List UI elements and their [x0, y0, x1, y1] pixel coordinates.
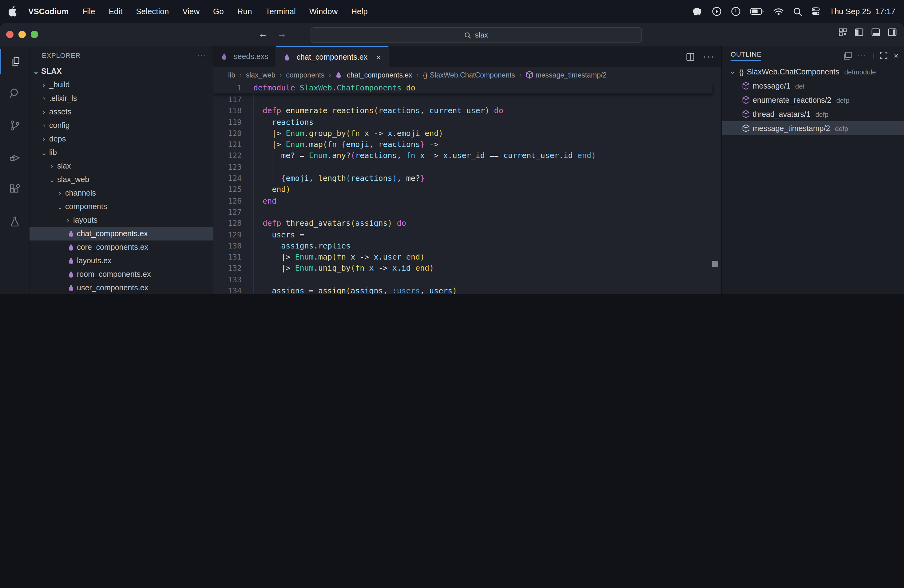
breadcrumb-lib[interactable]: lib [228, 71, 235, 78]
breadcrumb-SlaxWeb.ChatComponents[interactable]: {}SlaxWeb.ChatComponents [423, 71, 515, 78]
code-line-124[interactable]: 124 {emoji, length(reactions), me?} [213, 173, 721, 184]
code-line-130[interactable]: 130 assigns.replies [213, 240, 721, 252]
breadcrumb-message_timestamp/2[interactable]: message_timestamp/2 [526, 71, 607, 79]
tree-item-.elixir_ls[interactable]: ›.elixir_ls [30, 92, 213, 105]
title-bar[interactable]: ← → slax [0, 23, 904, 46]
tree-item-room_components.ex[interactable]: room_components.ex [30, 267, 213, 281]
tree-item-config[interactable]: ›config [30, 119, 213, 132]
chevron-right-icon: › [40, 81, 48, 89]
menu-terminal[interactable]: Terminal [259, 7, 302, 16]
activitybar-extensions-icon[interactable] [0, 177, 29, 202]
tree-item-slax_web[interactable]: ⌄slax_web [30, 173, 213, 187]
menu-selection[interactable]: Selection [129, 7, 175, 16]
tree-item-deps[interactable]: ›deps [30, 132, 213, 146]
code-line-126[interactable]: 126 end [213, 195, 721, 207]
tree-item-components[interactable]: ⌄components [30, 200, 213, 213]
code-line-121[interactable]: 121 |> Enum.map(fn {emoji, reactions} -> [213, 139, 721, 150]
customize-layout-icon[interactable] [839, 28, 847, 36]
code-line-122[interactable]: 122 me? = Enum.any?(reactions, fn x -> x… [213, 150, 721, 162]
line-number: 118 [213, 106, 242, 117]
outline-item-message_timestamp/2[interactable]: message_timestamp/2defp [722, 121, 904, 135]
more-actions-icon[interactable]: ··· [703, 51, 714, 62]
tree-item-channels[interactable]: ›channels [30, 187, 213, 200]
code-line-117[interactable]: 117 [213, 94, 721, 106]
command-center-search[interactable]: slax [311, 27, 642, 43]
menu-view[interactable]: View [175, 7, 206, 16]
time-machine-icon[interactable]: ! [731, 7, 740, 16]
tab-seeds.exs[interactable]: seeds.exs [213, 46, 277, 67]
menu-run[interactable]: Run [231, 7, 259, 16]
tree-item-core_components.ex[interactable]: core_components.ex [30, 240, 213, 254]
code-line-128[interactable]: 128 defp thread_avatars(assigns) do [213, 218, 721, 229]
outline-header[interactable]: OUTLINE [730, 50, 762, 60]
line-number: 134 [213, 285, 242, 294]
nav-back-icon[interactable]: ← [258, 28, 267, 39]
wifi-icon[interactable] [774, 8, 784, 15]
tree-item-layouts.ex[interactable]: layouts.ex [30, 254, 213, 267]
tree-item-chat_components.ex[interactable]: chat_components.ex [30, 227, 213, 240]
code-editor[interactable]: 117118 defp enumerate_reactions(reaction… [213, 82, 721, 294]
toggle-primary-sidebar-icon[interactable] [855, 28, 863, 36]
activitybar-source-control-icon[interactable] [0, 113, 29, 138]
tree-item-user_components.ex[interactable]: user_components.ex [30, 281, 213, 294]
activitybar-search-icon[interactable] [0, 81, 29, 106]
menu-window[interactable]: Window [303, 7, 345, 16]
toggle-panel-icon[interactable] [871, 28, 880, 36]
app-icon[interactable] [692, 7, 702, 16]
code-line-134[interactable]: 134 assigns = assign(assigns, :users, us… [213, 285, 721, 294]
close-tab-icon[interactable]: × [376, 52, 381, 62]
tab-chat_components.ex[interactable]: chat_components.ex× [277, 46, 389, 68]
elixir-file-icon [68, 257, 74, 264]
apple-menu-icon[interactable] [9, 6, 18, 17]
maximize-window-button[interactable] [31, 31, 38, 38]
outline-item-enumerate_reactions/2[interactable]: enumerate_reactions/2defp [722, 93, 904, 107]
play-circle-icon[interactable] [712, 7, 721, 16]
battery-icon[interactable] [750, 8, 764, 15]
code-line-127[interactable]: 127 [213, 207, 721, 218]
menubar-clock[interactable]: Thu Sep 25 17:17 [830, 7, 895, 16]
menu-file[interactable]: File [75, 7, 102, 16]
outline-item-message/1[interactable]: message/1def [722, 79, 904, 93]
menu-edit[interactable]: Edit [102, 7, 129, 16]
breadcrumb-chat_components.ex[interactable]: chat_components.ex [335, 71, 412, 78]
outline-item-thread_avatars/1[interactable]: thread_avatars/1defp [722, 107, 904, 121]
tree-item-assets[interactable]: ›assets [30, 105, 213, 119]
menu-help[interactable]: Help [345, 7, 375, 16]
code-line-118[interactable]: 118 defp enumerate_reactions(reactions, … [213, 106, 721, 117]
maximize-icon[interactable] [880, 52, 888, 59]
tree-item-lib[interactable]: ⌄lib [30, 146, 213, 159]
toggle-secondary-sidebar-icon[interactable] [888, 28, 897, 36]
breadcrumb-components[interactable]: components [286, 71, 324, 78]
code-line-129[interactable]: 129 users = [213, 229, 721, 240]
split-editor-icon[interactable] [686, 52, 694, 60]
code-line-120[interactable]: 120 |> Enum.group_by(fn x -> x.emoji end… [213, 128, 721, 139]
tree-item-_build[interactable]: ›_build [30, 78, 213, 92]
code-line-133[interactable]: 133 [213, 274, 721, 286]
minimize-window-button[interactable] [19, 31, 26, 38]
collapse-all-icon[interactable] [844, 51, 852, 59]
outline-more-actions-icon[interactable]: ··· [858, 52, 866, 59]
breadcrumb-slax_web[interactable]: slax_web [246, 71, 275, 78]
code-line-132[interactable]: 132 |> Enum.uniq_by(fn x -> x.id end) [213, 263, 721, 274]
control-center-icon[interactable] [812, 7, 820, 15]
explorer-more-actions-icon[interactable]: ··· [198, 52, 206, 59]
menu-app[interactable]: VSCodium [22, 7, 75, 16]
code-line-119[interactable]: 119 reactions [213, 117, 721, 128]
activitybar-testing-icon[interactable] [0, 209, 29, 234]
tree-item-slax[interactable]: ›slax [30, 159, 213, 173]
close-icon[interactable]: × [894, 51, 898, 60]
window-controls [6, 31, 38, 38]
code-line-123[interactable]: 123 [213, 162, 721, 173]
tree-root-slax[interactable]: ⌄SLAX [30, 65, 213, 78]
nav-forward-icon[interactable]: → [277, 28, 286, 39]
activitybar-run-debug-icon[interactable] [0, 145, 29, 170]
menu-go[interactable]: Go [206, 7, 231, 16]
code-line-125[interactable]: 125 end) [213, 184, 721, 196]
close-window-button[interactable] [6, 31, 14, 38]
sticky-scroll-line[interactable]: 1defmodule SlaxWeb.ChatComponents do [213, 82, 712, 94]
activitybar-files-explorer-icon[interactable] [0, 49, 30, 74]
tree-item-layouts[interactable]: ›layouts [30, 213, 213, 227]
spotlight-icon[interactable] [793, 7, 802, 16]
code-line-131[interactable]: 131 |> Enum.map(fn x -> x.user end) [213, 251, 721, 263]
outline-item-SlaxWeb.ChatComponents[interactable]: ⌄{}SlaxWeb.ChatComponentsdefmodule [722, 65, 904, 79]
